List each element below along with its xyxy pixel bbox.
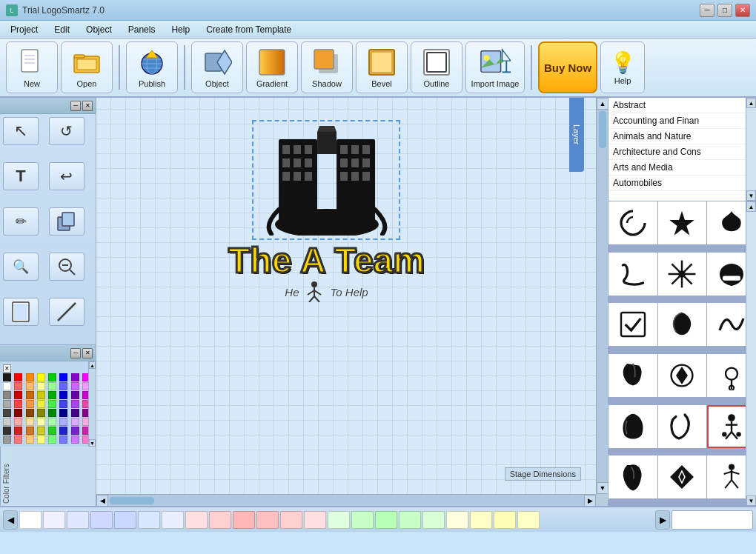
cat-scroll-up[interactable]: ▲ (746, 98, 756, 108)
color-swatch-38[interactable] (71, 409, 79, 417)
color-swatch-13[interactable] (59, 382, 67, 390)
color-swatch-42[interactable] (26, 418, 34, 426)
color-swatch-51[interactable] (37, 427, 45, 435)
tool-select[interactable]: ↖ (3, 117, 39, 145)
color-swatch-56[interactable] (3, 435, 11, 444)
color-swatch-24[interactable] (3, 400, 11, 408)
canvas-scrollbar-v[interactable]: ▲ ▼ (596, 98, 608, 494)
category-arts[interactable]: Arts and Media (609, 160, 756, 176)
layer-tab[interactable]: Layer (569, 98, 584, 172)
color-swatch-30[interactable] (71, 400, 79, 408)
menu-panels[interactable]: Panels (121, 23, 163, 36)
color-swatch-58[interactable] (26, 435, 34, 444)
symbol-cell-0[interactable] (609, 201, 657, 244)
color-swatch-59[interactable] (37, 435, 45, 444)
tool-zoom-in[interactable]: 🔍 (3, 253, 39, 281)
color-swatch-17[interactable] (14, 391, 22, 399)
color-swatch-11[interactable] (37, 382, 45, 390)
color-scroll-up[interactable]: ▲ (89, 361, 96, 369)
color-filters-label[interactable]: Color Filters (0, 447, 12, 506)
cat-scroll-down[interactable]: ▼ (746, 190, 756, 201)
color-swatch-10[interactable] (26, 382, 34, 390)
bottom-color-5[interactable] (138, 511, 160, 529)
symbol-cell-1[interactable] (658, 201, 707, 244)
color-swatch-12[interactable] (48, 382, 56, 390)
color-swatch-48[interactable] (3, 427, 11, 435)
toolbox-controls[interactable]: ─ ✕ (70, 101, 93, 111)
color-swatch-46[interactable] (71, 418, 79, 426)
sym-scroll-down[interactable]: ▼ (746, 495, 756, 506)
color-swatch-57[interactable] (14, 435, 22, 444)
gradient-button[interactable]: Gradient (246, 41, 298, 93)
symbol-cell-10[interactable] (658, 354, 707, 397)
color-swatch-3[interactable] (37, 373, 45, 381)
bottom-color-9[interactable] (233, 511, 255, 529)
color-swatch-33[interactable] (14, 409, 22, 417)
bevel-button[interactable]: Bevel (356, 41, 408, 93)
bottom-color-0[interactable] (19, 511, 42, 529)
color-swatch-6[interactable] (71, 373, 79, 381)
color-swatch-35[interactable] (37, 409, 45, 417)
bottom-color-1[interactable] (43, 511, 65, 529)
object-button[interactable]: Object (191, 41, 243, 93)
bottom-color-3[interactable] (90, 511, 113, 529)
color-swatch-50[interactable] (26, 427, 34, 435)
bottom-color-15[interactable] (375, 511, 397, 529)
outline-button[interactable]: Outline (411, 41, 462, 93)
tool-zoom-out[interactable] (49, 253, 84, 281)
category-abstract[interactable]: Abstract (609, 98, 756, 113)
publish-button[interactable]: Publish (126, 41, 178, 93)
color-swatch-5[interactable] (59, 373, 67, 381)
canvas-vscroll-thumb[interactable] (599, 111, 606, 148)
tool-undo[interactable]: ↩ (49, 162, 84, 190)
bottom-color-2[interactable] (67, 511, 89, 529)
sym-scroll-up[interactable]: ▲ (746, 201, 756, 212)
color-panel-controls[interactable]: ─ ✕ (70, 348, 93, 358)
category-animals[interactable]: Animals and Nature (609, 129, 756, 144)
close-button[interactable]: ✕ (735, 4, 750, 17)
bottom-scroll-left[interactable]: ◀ (3, 510, 18, 530)
color-swatch-49[interactable] (14, 427, 22, 435)
color-swatch-41[interactable] (14, 418, 22, 426)
tool-draw[interactable]: ✏ (3, 207, 39, 236)
color-swatch-62[interactable] (71, 435, 79, 444)
color-swatch-44[interactable] (48, 418, 56, 426)
color-swatch-4[interactable] (48, 373, 56, 381)
canvas-inner[interactable]: Layer (96, 98, 596, 494)
canvas-scroll-down[interactable]: ▼ (597, 482, 608, 494)
canvas-hscroll-thumb[interactable] (110, 497, 154, 504)
menu-edit[interactable]: Edit (47, 23, 77, 36)
symbol-cell-9[interactable] (609, 354, 657, 397)
color-swatch-61[interactable] (59, 435, 67, 444)
color-panel-close-btn[interactable]: ✕ (82, 348, 93, 358)
color-scroll-down[interactable]: ▼ (89, 439, 96, 447)
import-image-button[interactable]: Import Image (465, 41, 525, 93)
color-swatch-53[interactable] (59, 427, 67, 435)
menu-create-from-template[interactable]: Create from Template (199, 23, 299, 36)
bottom-color-8[interactable] (209, 511, 231, 529)
no-color-btn[interactable]: ✕ (3, 364, 11, 373)
symbol-cell-4[interactable] (658, 253, 707, 296)
color-swatch-0[interactable] (3, 373, 11, 381)
color-swatch-14[interactable] (71, 382, 79, 390)
bottom-color-11[interactable] (280, 511, 302, 529)
color-swatch-28[interactable] (48, 400, 56, 408)
bottom-color-21[interactable] (517, 511, 540, 529)
logo-artwork[interactable]: The A Team He To Help (228, 120, 425, 302)
bottom-color-4[interactable] (114, 511, 136, 529)
bottom-color-13[interactable] (328, 511, 350, 529)
canvas-scrollbar-h[interactable]: ◀ ▶ (96, 494, 596, 506)
bottom-color-16[interactable] (399, 511, 421, 529)
color-swatch-45[interactable] (59, 418, 67, 426)
symbol-cell-13[interactable] (658, 405, 707, 448)
menu-project[interactable]: Project (3, 23, 45, 36)
toolbox-close-btn[interactable]: ✕ (82, 101, 93, 111)
color-swatch-2[interactable] (26, 373, 34, 381)
tool-page[interactable] (3, 298, 39, 326)
minimize-button[interactable]: ─ (700, 4, 714, 17)
shadow-button[interactable]: Shadow (301, 41, 353, 93)
new-button[interactable]: New (6, 41, 58, 93)
color-swatch-25[interactable] (14, 400, 22, 408)
bottom-color-7[interactable] (185, 511, 208, 529)
bottom-color-17[interactable] (422, 511, 445, 529)
